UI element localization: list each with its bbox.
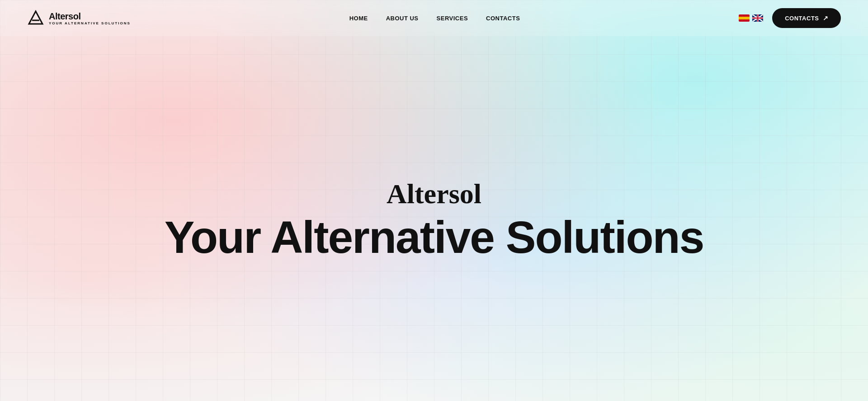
hero-title-small: Altersol (165, 178, 704, 210)
brand-tagline: YOUR ALTERNATIVE SOLUTIONS (49, 21, 131, 25)
cta-arrow: ↗ (823, 14, 829, 22)
language-switcher (739, 14, 763, 22)
nav-services[interactable]: SERVICES (437, 15, 468, 22)
nav-contacts[interactable]: CONTACTS (486, 15, 520, 22)
flag-uk[interactable] (752, 14, 763, 22)
header-right: CONTACTS ↗ (739, 8, 841, 28)
nav-home[interactable]: HOME (349, 15, 368, 22)
hero-title-large: Your Alternative Solutions (165, 214, 704, 260)
brand-name: Altersol (49, 11, 131, 21)
main-nav: HOME ABOUT US SERVICES CONTACTS (349, 15, 520, 22)
site-header: Altersol YOUR ALTERNATIVE SOLUTIONS HOME… (0, 0, 868, 36)
nav-about[interactable]: ABOUT US (386, 15, 419, 22)
hero-content: Altersol Your Alternative Solutions (146, 178, 722, 260)
flag-spain[interactable] (739, 14, 750, 22)
logo[interactable]: Altersol YOUR ALTERNATIVE SOLUTIONS (27, 9, 131, 27)
header-contacts-button[interactable]: CONTACTS ↗ (772, 8, 841, 28)
logo-icon (27, 9, 44, 27)
hero-section: Altersol Your Alternative Solutions (0, 0, 868, 401)
cta-label: CONTACTS (785, 15, 819, 22)
